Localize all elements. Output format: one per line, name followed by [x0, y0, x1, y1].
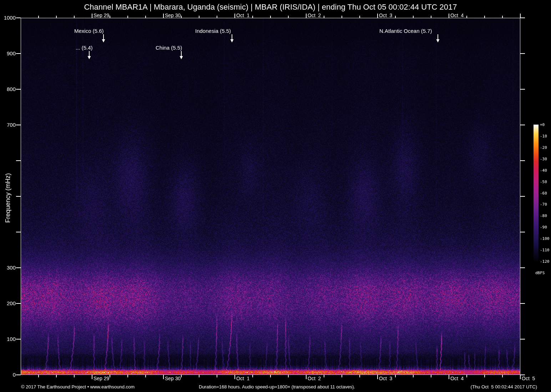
x-minor-tick	[395, 375, 396, 377]
y-tick-left	[16, 196, 21, 197]
x-axis-label-bottom: Oct 1	[236, 376, 249, 381]
y-axis-tick-label: 300	[1, 265, 16, 270]
down-arrow-icon	[87, 51, 91, 61]
y-tick-left	[16, 303, 21, 304]
x-major-tick	[449, 375, 449, 379]
y-axis-tick-label: 900	[1, 51, 16, 56]
x-axis-label-top: Oct 2	[308, 13, 321, 18]
x-major-tick	[234, 375, 235, 379]
y-axis-tick-label: 0	[1, 372, 16, 377]
x-minor-tick	[217, 375, 217, 377]
x-minor-tick	[74, 375, 75, 377]
x-minor-tick	[431, 375, 431, 377]
x-axis-label-bottom: Oct 5	[522, 376, 535, 381]
down-arrow-icon	[179, 51, 183, 61]
event-label: N.Atlantic Ocean (5.7)	[379, 28, 432, 34]
x-minor-tick	[466, 375, 467, 377]
x-minor-tick	[359, 375, 360, 377]
x-minor-tick	[431, 16, 431, 18]
y-tick-right	[520, 267, 525, 268]
x-axis-label-top: Oct 4	[450, 13, 464, 18]
x-minor-tick	[199, 16, 199, 18]
x-minor-tick	[413, 16, 414, 18]
page-title: Channel MBAR1A | Mbarara, Uganda (seismi…	[0, 3, 541, 11]
x-axis-label-bottom: Oct 2	[308, 376, 321, 381]
y-axis-tick-label: 800	[1, 86, 16, 92]
x-minor-tick	[110, 16, 110, 18]
colorbar-tick-label: -110	[540, 248, 550, 252]
x-minor-tick	[74, 16, 75, 18]
event-label: ... (5.4)	[76, 45, 93, 51]
colorbar-tick-label: -50	[540, 180, 547, 184]
footer-duration: Duration=168 hours. Audio speed-up=1800×…	[199, 384, 355, 390]
y-tick-left	[16, 232, 21, 232]
colorbar-tick-label: -120	[540, 259, 550, 264]
event-label: Mexico (5.6)	[74, 28, 104, 34]
footer-timestamp: (Thu Oct 5 00:02:44 2017 UTC)	[471, 384, 537, 390]
spectrogram-page: Channel MBAR1A | Mbarara, Uganda (seismi…	[0, 0, 551, 392]
x-minor-tick	[270, 375, 271, 377]
x-axis-label-top: Oct 3	[379, 13, 392, 18]
colorbar-tick-label: -60	[540, 191, 547, 196]
y-tick-left	[16, 375, 21, 375]
x-minor-tick	[484, 16, 485, 18]
x-minor-tick	[199, 375, 199, 377]
down-arrow-icon	[436, 34, 440, 44]
y-tick-left	[16, 339, 21, 340]
colorbar-tick-label: -80	[540, 213, 547, 218]
x-minor-tick	[359, 16, 360, 18]
x-minor-tick	[342, 16, 342, 18]
colorbar-tick-label: -10	[540, 134, 547, 139]
y-tick-left	[16, 17, 21, 18]
y-tick-right	[520, 89, 525, 90]
y-tick-right	[520, 196, 525, 197]
x-minor-tick	[502, 375, 503, 377]
x-minor-tick	[324, 16, 324, 18]
x-minor-tick	[38, 375, 39, 377]
footer-copyright: © 2017 The Earthsound Project • www.eart…	[21, 384, 135, 390]
y-tick-left	[16, 89, 21, 90]
event-label: Indonesia (5.5)	[195, 28, 231, 34]
x-minor-tick	[395, 16, 396, 18]
x-major-tick	[92, 375, 92, 379]
y-tick-left	[16, 160, 21, 161]
plot-border	[21, 18, 520, 375]
y-tick-left	[16, 125, 21, 125]
x-minor-tick	[324, 375, 324, 377]
x-minor-tick	[270, 16, 271, 18]
x-minor-tick	[288, 16, 289, 18]
y-tick-right	[520, 303, 525, 304]
colorbar-tick-label: -100	[540, 236, 550, 241]
x-axis-label-top: Sep 29	[93, 13, 109, 18]
colorbar-gradient	[534, 125, 539, 261]
x-minor-tick	[127, 16, 128, 18]
y-axis-tick-label: 200	[1, 301, 16, 306]
y-tick-right	[520, 160, 525, 161]
x-major-tick	[92, 14, 92, 18]
x-axis-label-bottom: Oct 3	[379, 376, 392, 381]
x-minor-tick	[56, 375, 57, 377]
colorbar-tick-label: -30	[540, 157, 547, 161]
y-axis-tick-label: 1000	[1, 15, 16, 20]
event-label: China (5.5)	[156, 45, 182, 51]
colorbar-tick-label: -40	[540, 168, 547, 173]
x-minor-tick	[217, 16, 217, 18]
x-minor-tick	[38, 16, 39, 18]
y-axis-title: Frequency (mHz)	[4, 170, 12, 227]
x-major-tick	[306, 14, 307, 18]
x-major-tick	[449, 14, 449, 18]
x-axis-label-top: Oct 1	[236, 13, 249, 18]
colorbar-unit-label: dBFS	[535, 271, 545, 275]
x-minor-tick	[127, 375, 128, 377]
x-minor-tick	[502, 16, 503, 18]
y-tick-right	[520, 375, 525, 375]
x-minor-tick	[252, 16, 253, 18]
down-arrow-icon	[101, 34, 106, 44]
down-arrow-icon	[230, 34, 234, 44]
x-minor-tick	[413, 375, 414, 377]
x-minor-tick	[288, 375, 289, 377]
x-minor-tick	[56, 16, 57, 18]
y-tick-right	[520, 339, 525, 340]
colorbar-tick-label: -70	[540, 202, 547, 207]
y-axis-tick-label: 700	[1, 122, 16, 127]
